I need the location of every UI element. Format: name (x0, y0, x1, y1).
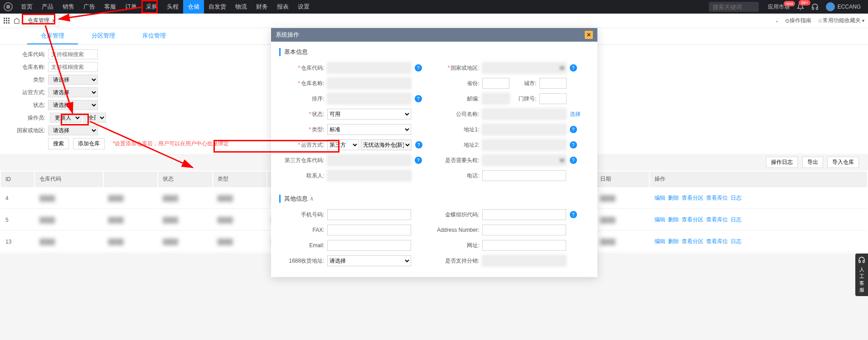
nav-item-5[interactable]: 订单 (121, 0, 141, 14)
section-basic-info: 基本信息 (279, 48, 589, 56)
form-row-country: *国家或地区:? (434, 62, 585, 73)
nav-item-7[interactable]: 头程 (162, 0, 183, 14)
form-input-website[interactable] (482, 240, 566, 251)
form-row-headneeded: 是否需要头程:? (434, 155, 585, 166)
help-icon[interactable]: ? (415, 64, 422, 72)
nav-item-11[interactable]: 财务 (252, 0, 272, 14)
form-input-phone[interactable] (482, 170, 566, 181)
nav-item-3[interactable]: 广告 (79, 0, 100, 14)
form-label: 公司名称: (434, 110, 480, 118)
form-input-code[interactable] (327, 62, 411, 73)
nav-item-10[interactable]: 物流 (231, 0, 252, 14)
help-icon[interactable]: ? (415, 157, 422, 164)
headset-icon (811, 3, 819, 10)
home-icon[interactable] (14, 18, 20, 24)
help-icon[interactable]: ? (570, 211, 577, 218)
tab-close-icon[interactable]: × (52, 18, 55, 24)
help-icon[interactable]: ? (570, 126, 577, 133)
svg-rect-2 (8, 18, 10, 19)
form-input-zip_door-1[interactable] (482, 93, 509, 104)
help-icon[interactable]: ? (570, 141, 577, 148)
form-row-addr1688: 1688收货地址:请选择 (279, 255, 430, 266)
form-row-mobile: 手机号码: (279, 209, 430, 220)
form-label: 省份: (434, 80, 480, 87)
support-button[interactable] (808, 0, 822, 14)
form-select-type[interactable]: 标准 (327, 124, 411, 135)
app-market-link[interactable]: 应用市场 new (764, 0, 793, 14)
form-input-addrnum[interactable] (482, 225, 566, 235)
form-row-code: *仓库代码:? (279, 62, 430, 73)
form-label: *运营方式: (279, 141, 325, 149)
form-input-province_city-2[interactable] (539, 78, 567, 89)
form-row-fax: FAX: (279, 225, 430, 235)
form-input-name[interactable] (327, 78, 411, 89)
svg-rect-5 (8, 20, 10, 21)
form-label: 门牌号: (509, 95, 537, 103)
form-row-website: 网址: (434, 240, 585, 251)
form-label: *仓库名称: (279, 80, 325, 87)
nav-item-4[interactable]: 客服 (100, 0, 121, 14)
form-select-headneeded[interactable] (482, 155, 566, 166)
headset-icon (858, 256, 865, 263)
page-tabs-row: 仓库管理 × ⌄ ⊙ 操作指南 ☆ 常用功能收藏夹▾ (0, 14, 868, 28)
form-input-zip_door-2[interactable] (539, 93, 567, 104)
nav-item-12[interactable]: 报表 (272, 0, 293, 14)
form-label: *类型: (279, 126, 325, 134)
nav-item-0[interactable]: 首页 (16, 0, 37, 14)
form-input-kingdee[interactable] (482, 209, 566, 220)
user-avatar (826, 2, 835, 11)
form-row-status: *状态:可用 (279, 109, 430, 120)
help-icon[interactable]: ? (570, 157, 577, 164)
select-link[interactable]: 选择 (570, 110, 581, 118)
favorites-link[interactable]: ☆ 常用功能收藏夹▾ (818, 17, 864, 24)
collapse-toggle[interactable]: ⌄ (774, 18, 779, 23)
form-input-fax[interactable] (327, 225, 411, 235)
form-select-addr1688[interactable]: 请选择 (327, 255, 411, 266)
help-icon[interactable]: ? (415, 95, 422, 102)
form-label: 是否需要头程: (434, 157, 480, 164)
help-icon[interactable]: ? (415, 141, 422, 148)
form-row-sort: 排序:? (279, 93, 430, 104)
form-select-opmode-1[interactable]: 第三方 (327, 139, 359, 150)
nav-item-2[interactable]: 销售 (58, 0, 79, 14)
form-input-company[interactable] (482, 109, 566, 120)
form-input-email[interactable] (327, 240, 411, 251)
form-input-addr1[interactable] (482, 124, 566, 135)
form-row-addrnum: Address Number: (434, 225, 585, 235)
form-select-status[interactable]: 可用 (327, 109, 411, 120)
form-input-sort[interactable] (327, 93, 411, 104)
nav-item-8[interactable]: 仓储 (183, 0, 204, 14)
form-label: 地址1: (434, 126, 480, 134)
apps-grid-icon[interactable] (4, 18, 10, 24)
customer-service-float[interactable]: 人工客服 (855, 254, 868, 296)
form-input-mobile[interactable] (327, 209, 411, 220)
form-input-contact[interactable] (327, 170, 411, 181)
form-select-opmode-2[interactable]: 无忧达海外仓(新) (361, 139, 412, 150)
nav-item-9[interactable]: 自发货 (204, 0, 231, 14)
page-tab-warehouse-mgmt[interactable]: 仓库管理 × (24, 15, 59, 26)
nav-item-6[interactable]: 采购 (141, 0, 162, 14)
form-select-country[interactable] (482, 62, 566, 73)
help-icon[interactable]: ? (570, 64, 577, 72)
form-row-zip_door: 邮编:门牌号: (434, 93, 585, 104)
form-input-distrib[interactable] (482, 255, 566, 266)
section-other-info[interactable]: 其他信息∧ (279, 195, 589, 203)
nav-item-13[interactable]: 设置 (293, 0, 314, 14)
form-label: Address Number: (434, 227, 480, 233)
collapse-icon: ∧ (310, 195, 314, 202)
form-row-name: *仓库名称: (279, 78, 430, 89)
modal-title: 系统操作 (276, 31, 585, 39)
form-input-province_city-1[interactable] (482, 78, 509, 89)
form-row-kingdee: 金蝶组织代码:? (434, 209, 585, 220)
operation-guide-link[interactable]: ⊙ 操作指南 (785, 17, 811, 24)
svg-rect-3 (4, 20, 5, 21)
svg-rect-4 (6, 20, 7, 21)
modal-close-button[interactable]: ✕ (585, 31, 593, 39)
form-input-thirdcode[interactable] (327, 155, 411, 166)
global-search-input[interactable] (709, 2, 759, 12)
user-menu[interactable]: ECCANG (822, 0, 864, 14)
notifications-button[interactable]: 99+ (793, 0, 808, 14)
nav-item-1[interactable]: 产品 (37, 0, 58, 14)
form-input-addr2[interactable] (482, 139, 566, 150)
form-label: 地址2: (434, 141, 480, 149)
